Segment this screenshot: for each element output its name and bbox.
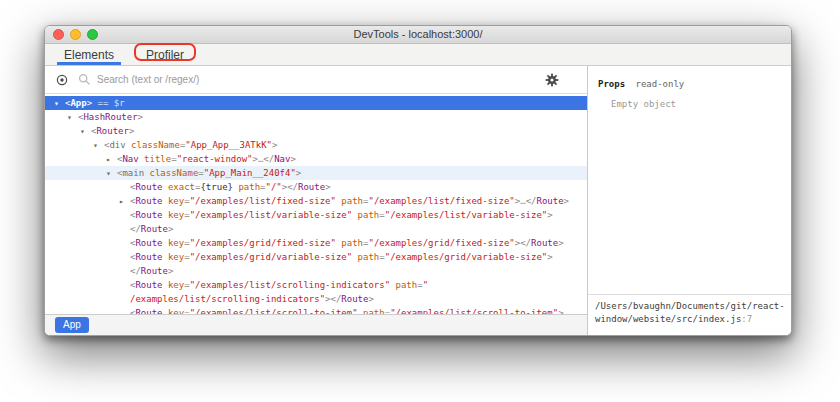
expand-arrow-down-icon[interactable]: ▾ [79, 125, 91, 139]
props-header: Props read-only [598, 79, 781, 89]
component-tree: ▾<App> == $r▾<HashRouter>▾<Router>▾<div … [45, 94, 587, 314]
elements-panel: ▾<App> == $r▾<HashRouter>▾<Router>▾<div … [45, 66, 587, 335]
expand-arrow-down-icon[interactable]: ▾ [92, 139, 104, 153]
tree-row[interactable]: ▸<Nav title="react-window">…</Nav> [45, 152, 587, 166]
tree-row[interactable]: <Route key="/examples/list/scrolling-ind… [45, 278, 587, 292]
window-title: DevTools - localhost:3000/ [45, 26, 791, 42]
tree-row[interactable]: <Route key="/examples/list/scroll-to-ite… [45, 306, 587, 314]
tree-row[interactable]: ▾<Router> [45, 124, 587, 138]
search-toolbar [45, 66, 587, 94]
expand-arrow-down-icon[interactable]: ▾ [53, 97, 65, 111]
close-button[interactable] [53, 29, 64, 40]
tree-row[interactable]: <Route key="/examples/grid/fixed-size" p… [45, 236, 587, 250]
traffic-lights [53, 29, 98, 40]
props-panel: Props read-only Empty object /Users/bvau… [588, 66, 791, 335]
tab-bar: Elements Profiler [45, 44, 791, 66]
tree-row[interactable]: </Route> [45, 264, 587, 278]
source-path[interactable]: /Users/bvaughn/Documents/git/react-windo… [595, 301, 785, 324]
source-line-number: :7 [741, 314, 752, 324]
props-section: Props read-only Empty object [588, 66, 791, 294]
tree-row[interactable]: /examples/list/scrolling-indicators"></R… [45, 292, 587, 306]
devtools-window: DevTools - localhost:3000/ Elements Prof… [44, 25, 792, 336]
tree-row[interactable]: ▾<main className="App_Main__240f4"> [45, 166, 587, 180]
title-bar: DevTools - localhost:3000/ [45, 26, 791, 44]
tree-row[interactable]: ▾<App> == $r [45, 96, 587, 110]
tree-row[interactable]: </Route> [45, 222, 587, 236]
search-input[interactable] [97, 74, 545, 85]
tree-row[interactable]: ▾<div className="App_App__3ATkK"> [45, 138, 587, 152]
tree-row[interactable]: <Route key="/examples/list/variable-size… [45, 208, 587, 222]
expand-arrow-down-icon[interactable]: ▾ [105, 167, 117, 181]
tab-elements-label: Elements [64, 48, 114, 62]
tree-row[interactable]: <Route key="/examples/grid/variable-size… [45, 250, 587, 264]
zoom-button[interactable] [87, 29, 98, 40]
tree-row[interactable]: ▸<Route key="/examples/list/fixed-size" … [45, 194, 587, 208]
minimize-button[interactable] [70, 29, 81, 40]
source-location[interactable]: /Users/bvaughn/Documents/git/react-windo… [588, 294, 791, 335]
settings-gear-icon[interactable] [545, 73, 559, 87]
inspect-element-icon[interactable] [55, 73, 69, 87]
tree-row[interactable]: <Route exact={true} path="/"></Route> [45, 180, 587, 194]
tab-profiler-label: Profiler [146, 48, 184, 62]
expand-arrow-down-icon[interactable]: ▾ [66, 111, 78, 125]
expand-arrow-right-icon[interactable]: ▸ [118, 195, 130, 209]
tab-elements[interactable]: Elements [57, 44, 121, 65]
tree-row[interactable]: ▾<HashRouter> [45, 110, 587, 124]
props-empty-value: Empty object [611, 99, 781, 109]
breadcrumb: App [45, 314, 587, 335]
breadcrumb-item-app[interactable]: App [55, 317, 89, 333]
props-title: Props [598, 79, 625, 89]
tab-profiler[interactable]: Profiler [139, 44, 191, 65]
props-readonly-badge: read-only [636, 79, 685, 89]
search-icon [78, 73, 91, 86]
main-content: ▾<App> == $r▾<HashRouter>▾<Router>▾<div … [45, 66, 791, 335]
expand-arrow-right-icon[interactable]: ▸ [105, 153, 117, 167]
